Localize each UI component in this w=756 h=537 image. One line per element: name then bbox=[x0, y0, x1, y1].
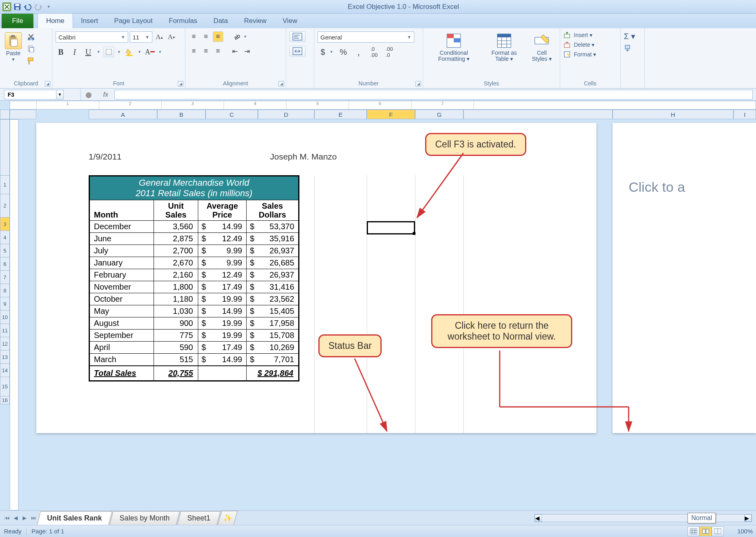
cell-units[interactable]: 775 bbox=[154, 330, 198, 342]
cell-dollars[interactable]: $31,416 bbox=[247, 281, 299, 293]
view-normal-button[interactable] bbox=[687, 527, 700, 536]
cell-dollars[interactable]: $26,685 bbox=[247, 257, 299, 269]
row-header-10[interactable]: 10 bbox=[0, 311, 10, 324]
tab-nav-first[interactable]: ⏮ bbox=[2, 514, 11, 522]
autosum-button[interactable]: Σ ▾ bbox=[624, 31, 635, 41]
align-right-icon[interactable]: ≡ bbox=[213, 46, 223, 56]
col-header-e[interactable]: E bbox=[314, 110, 367, 119]
cell-price[interactable]: $9.99 bbox=[198, 245, 247, 257]
font-dialog-launcher[interactable]: ◢ bbox=[178, 81, 183, 87]
italic-button[interactable]: I bbox=[69, 47, 80, 57]
page-canvas[interactable]: 1/9/2011 Joseph M. Manzo General Merchan… bbox=[36, 123, 596, 433]
cell-units[interactable]: 2,160 bbox=[154, 269, 198, 281]
grow-font-icon[interactable]: A▴ bbox=[154, 32, 164, 42]
clipboard-dialog-launcher[interactable]: ◢ bbox=[45, 81, 50, 87]
cell-month[interactable]: October bbox=[89, 293, 154, 305]
cell-price[interactable]: $17.49 bbox=[198, 342, 247, 354]
cut-icon[interactable] bbox=[26, 31, 36, 42]
align-bottom-icon[interactable]: ≡ bbox=[213, 31, 223, 42]
sheet-tab-0[interactable]: Unit Sales Rank bbox=[37, 511, 112, 525]
row-header-5[interactable]: 5 bbox=[0, 244, 10, 257]
cell-month[interactable]: July bbox=[89, 245, 154, 257]
number-dialog-launcher[interactable]: ◢ bbox=[415, 81, 421, 87]
name-box-dropdown[interactable]: ▼ bbox=[56, 90, 64, 100]
cell-price[interactable]: $14.99 bbox=[198, 305, 247, 317]
cell-month[interactable]: August bbox=[89, 317, 154, 330]
percent-format-icon[interactable]: % bbox=[338, 47, 349, 57]
cell-units[interactable]: 1,800 bbox=[154, 281, 198, 293]
orientation-icon[interactable]: ab bbox=[231, 31, 242, 42]
cancel-icon[interactable]: ⬤ bbox=[85, 91, 92, 98]
cell-price[interactable]: $14.99 bbox=[198, 221, 247, 233]
row-header-14[interactable]: 14 bbox=[0, 364, 10, 377]
chevron-down-icon[interactable]: ▼ bbox=[97, 50, 100, 54]
cell-units[interactable]: 2,875 bbox=[154, 233, 198, 245]
cell-month[interactable]: April bbox=[89, 342, 154, 354]
undo-icon[interactable] bbox=[23, 2, 32, 11]
col-header-b[interactable]: B bbox=[157, 110, 206, 119]
number-format-combo[interactable]: General▼ bbox=[318, 31, 414, 43]
cell-dollars[interactable]: $35,916 bbox=[247, 233, 299, 245]
cell-dollars[interactable]: $17,958 bbox=[247, 317, 299, 330]
align-center-icon[interactable]: ≡ bbox=[201, 46, 211, 56]
cell-units[interactable]: 900 bbox=[154, 317, 198, 330]
conditional-formatting-button[interactable]: Conditional Formatting ▾ bbox=[426, 31, 481, 63]
col-header-f[interactable]: F bbox=[367, 110, 415, 119]
redo-icon[interactable] bbox=[34, 2, 43, 11]
view-page-break-button[interactable] bbox=[712, 527, 724, 536]
row-header-16[interactable]: 16 bbox=[0, 396, 10, 404]
cell-units[interactable]: 1,180 bbox=[154, 293, 198, 305]
insert-cells-button[interactable]: Insert ▾ bbox=[563, 31, 592, 39]
scroll-right-button[interactable]: ▶ bbox=[744, 514, 752, 522]
delete-cells-button[interactable]: Delete ▾ bbox=[563, 41, 594, 48]
cell-dollars[interactable]: $15,708 bbox=[247, 330, 299, 342]
chevron-down-icon[interactable]: ▼ bbox=[243, 35, 247, 39]
accounting-format-icon[interactable]: $ bbox=[318, 47, 328, 57]
tab-insert[interactable]: Insert bbox=[73, 14, 106, 28]
excel-icon[interactable] bbox=[2, 2, 11, 11]
increase-indent-icon[interactable]: ⇥ bbox=[242, 46, 252, 56]
format-as-table-button[interactable]: Format as Table ▾ bbox=[484, 31, 525, 63]
cell-styles-button[interactable]: Cell Styles ▾ bbox=[527, 31, 557, 63]
increase-decimal-icon[interactable]: .0.00 bbox=[369, 47, 379, 57]
row-header-1[interactable]: 1 bbox=[0, 176, 10, 194]
name-box[interactable]: F3 bbox=[4, 90, 56, 100]
cell-price[interactable]: $12.49 bbox=[198, 269, 247, 281]
cell-month[interactable]: September bbox=[89, 330, 154, 342]
cell-month[interactable]: May bbox=[89, 305, 154, 317]
underline-button[interactable]: U bbox=[83, 47, 93, 57]
shrink-font-icon[interactable]: A▾ bbox=[166, 32, 177, 42]
cell-month[interactable]: January bbox=[89, 257, 154, 269]
copy-icon[interactable] bbox=[26, 44, 36, 54]
row-header-6[interactable]: 6 bbox=[0, 257, 10, 271]
cell-price[interactable]: $17.49 bbox=[198, 281, 247, 293]
tab-nav-last[interactable]: ⏭ bbox=[29, 514, 38, 522]
font-size-combo[interactable]: 11▼ bbox=[130, 31, 152, 43]
fill-color-icon[interactable] bbox=[124, 47, 135, 57]
tab-data[interactable]: Data bbox=[206, 14, 236, 28]
save-icon[interactable] bbox=[13, 2, 22, 11]
cell-dollars[interactable]: $26,937 bbox=[247, 245, 299, 257]
chevron-down-icon[interactable]: ▼ bbox=[330, 50, 333, 54]
cell-dollars[interactable]: $23,562 bbox=[247, 293, 299, 305]
cell-dollars[interactable]: $7,701 bbox=[247, 354, 299, 366]
cell-units[interactable]: 2,700 bbox=[154, 245, 198, 257]
scroll-left-button[interactable]: ◀ bbox=[535, 514, 542, 522]
cell-units[interactable]: 1,030 bbox=[154, 305, 198, 317]
row-header-3[interactable]: 3 bbox=[0, 218, 10, 231]
chevron-down-icon[interactable]: ▼ bbox=[158, 50, 162, 54]
view-page-layout-button[interactable] bbox=[700, 527, 712, 536]
sheet-tab-1[interactable]: Sales by Month bbox=[109, 511, 180, 525]
row-header-8[interactable]: 8 bbox=[0, 284, 10, 297]
cell-units[interactable]: 515 bbox=[154, 354, 198, 366]
fill-button[interactable] bbox=[624, 44, 631, 52]
row-header-7[interactable]: 7 bbox=[0, 271, 10, 284]
comma-format-icon[interactable]: , bbox=[353, 47, 364, 57]
horizontal-scrollbar[interactable]: ◀▶ bbox=[534, 514, 752, 522]
row-header-2[interactable]: 2 bbox=[0, 194, 10, 218]
cell-month[interactable]: November bbox=[89, 281, 154, 293]
cell-price[interactable]: $14.99 bbox=[198, 354, 247, 366]
align-middle-icon[interactable]: ≡ bbox=[201, 31, 211, 42]
cell-units[interactable]: 2,670 bbox=[154, 257, 198, 269]
row-header-12[interactable]: 12 bbox=[0, 337, 10, 350]
